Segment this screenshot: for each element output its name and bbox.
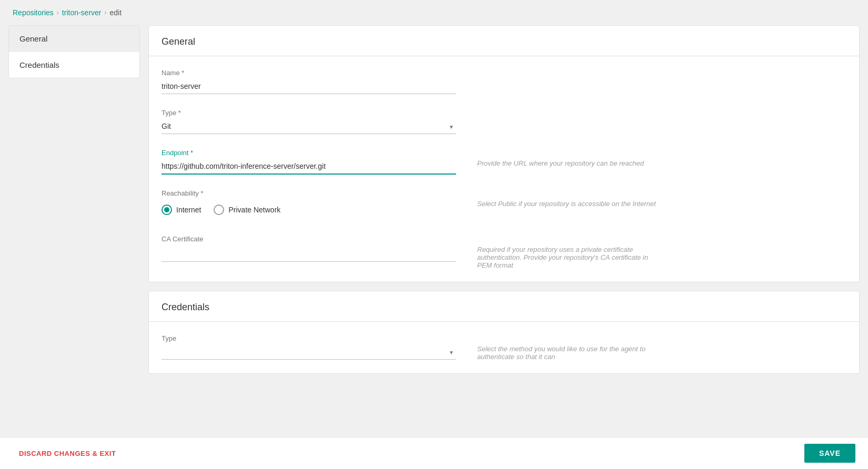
breadcrumb-sep1: › [57, 9, 59, 16]
sidebar-item-general[interactable]: General [9, 26, 139, 52]
ca-cert-hint: Required if your repository uses a priva… [456, 235, 656, 269]
credentials-section-card: Credentials Type Select the method yo [148, 291, 860, 374]
type-row: Type * Git SVN Mercurial [162, 109, 846, 134]
sidebar: General Credentials [8, 25, 140, 78]
ca-cert-label: CA Certificate [162, 235, 456, 243]
ca-cert-field: CA Certificate [162, 235, 456, 262]
reachability-field: Reachability * Internet Private Network [162, 189, 456, 220]
footer-bar: DISCARD CHANGES & EXIT SAVE [0, 437, 868, 469]
save-button[interactable]: SAVE [804, 444, 855, 463]
radio-private[interactable]: Private Network [214, 205, 280, 215]
credentials-type-select[interactable] [162, 344, 456, 360]
type-label: Type * [162, 109, 456, 117]
name-label: Name * [162, 69, 456, 77]
name-hint [456, 69, 656, 79]
endpoint-input[interactable] [162, 159, 456, 175]
general-section-title: General [149, 26, 859, 56]
radio-internet-circle [162, 205, 172, 215]
ca-cert-input[interactable] [162, 245, 456, 262]
radio-internet-label: Internet [176, 206, 201, 214]
main-content: General Name * Type * [148, 25, 860, 414]
credentials-type-select-wrapper [162, 344, 456, 360]
breadcrumb-repositories[interactable]: Repositories [13, 8, 54, 17]
breadcrumb-sep2: › [105, 9, 107, 16]
reachability-hint: Select Public if your repository is acce… [456, 189, 656, 208]
endpoint-row: Endpoint * Provide the URL where your re… [162, 149, 846, 175]
breadcrumb-edit: edit [110, 8, 122, 17]
endpoint-label: Endpoint * [162, 149, 456, 157]
type-select[interactable]: Git SVN Mercurial [162, 119, 456, 134]
reachability-radio-group: Internet Private Network [162, 199, 456, 220]
footer-spacer [148, 382, 860, 414]
reachability-row: Reachability * Internet Private Network [162, 189, 846, 220]
credentials-type-row: Type Select the method you would like to… [162, 334, 846, 361]
radio-private-label: Private Network [228, 206, 280, 214]
general-section-card: General Name * Type * [148, 25, 860, 282]
discard-button[interactable]: DISCARD CHANGES & EXIT [13, 445, 122, 462]
credentials-type-label: Type [162, 334, 456, 342]
credentials-section-body: Type Select the method you would like to… [149, 322, 859, 373]
endpoint-hint: Provide the URL where your repository ca… [456, 149, 656, 167]
radio-private-circle [214, 205, 224, 215]
ca-cert-row: CA Certificate Required if your reposito… [162, 235, 846, 269]
type-field: Type * Git SVN Mercurial [162, 109, 456, 134]
type-hint [456, 109, 656, 119]
endpoint-field: Endpoint * [162, 149, 456, 175]
type-select-wrapper: Git SVN Mercurial [162, 119, 456, 134]
breadcrumb: Repositories › triton-server › edit [0, 0, 868, 25]
general-section-body: Name * Type * Git SVN Mercurial [149, 56, 859, 282]
credentials-section-title: Credentials [149, 291, 859, 322]
radio-internet[interactable]: Internet [162, 205, 201, 215]
reachability-label: Reachability * [162, 189, 456, 197]
sidebar-item-credentials[interactable]: Credentials [9, 52, 139, 78]
name-input[interactable] [162, 79, 456, 94]
credentials-type-hint: Select the method you would like to use … [456, 334, 656, 361]
page-layout: General Credentials General Name * [0, 25, 868, 414]
name-field: Name * [162, 69, 456, 94]
credentials-type-field: Type [162, 334, 456, 360]
name-row: Name * [162, 69, 846, 94]
breadcrumb-triton[interactable]: triton-server [62, 8, 102, 17]
